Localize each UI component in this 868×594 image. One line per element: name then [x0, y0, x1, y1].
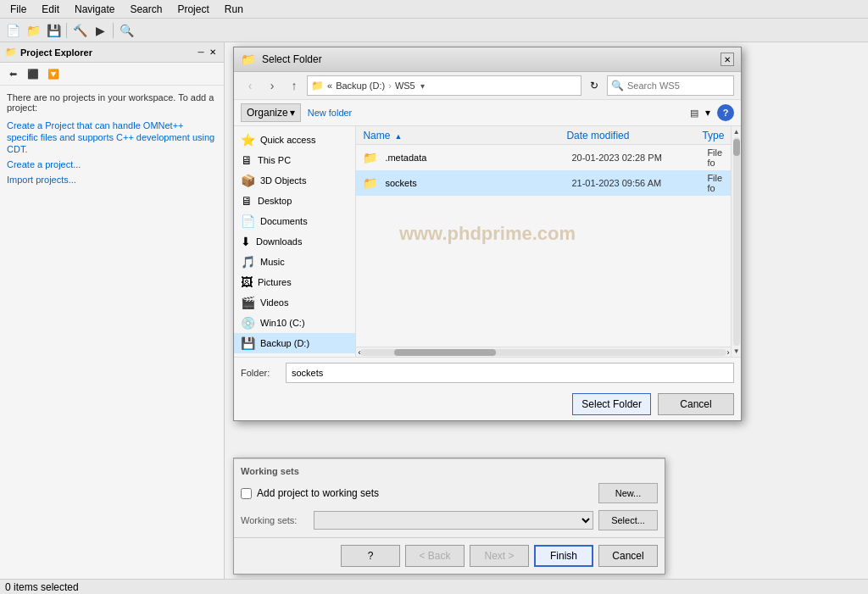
breadcrumb-drive: Backup (D:)	[336, 80, 385, 91]
working-sets-section: Working sets Add project to working sets…	[234, 458, 665, 537]
hscroll-thumb[interactable]	[394, 349, 496, 356]
sf-title-bar: 📁 Select Folder ✕	[234, 47, 741, 72]
panel-toolbar-btn3[interactable]: 🔽	[44, 64, 63, 83]
sf-column-header: Name ▲ Date modified Type	[356, 126, 731, 145]
menu-edit[interactable]: Edit	[35, 2, 66, 17]
vscroll-thumb[interactable]	[733, 139, 740, 156]
help-icon-btn[interactable]: ?	[717, 104, 734, 121]
toolbar-new[interactable]: 📄	[3, 21, 22, 40]
import-cancel-btn[interactable]: Cancel	[598, 545, 658, 567]
explorer-icon: 📁	[5, 47, 17, 58]
toolbar-build[interactable]: 🔨	[70, 21, 89, 40]
toolbar-search[interactable]: 🔍	[117, 21, 136, 40]
panel-toolbar-btn1[interactable]: ⬅	[3, 64, 22, 83]
nav-up-btn[interactable]: ↑	[285, 76, 303, 95]
nav-forward-btn[interactable]: ›	[263, 76, 281, 95]
3d-objects-label: 3D Objects	[260, 175, 306, 186]
panel-close[interactable]: ✕	[207, 47, 219, 58]
working-sets-dropdown[interactable]	[314, 511, 593, 530]
help-btn[interactable]: ?	[341, 545, 400, 567]
select-folder-dialog: 📁 Select Folder ✕ ‹ › ↑ 📁 « Backup (D:) …	[233, 47, 742, 421]
vscroll-up[interactable]: ▲	[733, 128, 740, 136]
folder-input[interactable]	[286, 363, 734, 383]
back-btn[interactable]: < Back	[405, 545, 465, 567]
hscroll-right[interactable]: ›	[726, 348, 729, 357]
add-working-sets-label: Add project to working sets	[257, 487, 379, 499]
this-pc-icon: 🖥	[241, 153, 253, 167]
import-projects-link[interactable]: Import projects...	[7, 175, 76, 185]
view-details-btn[interactable]: ▤	[685, 103, 704, 122]
nav-music[interactable]: 🎵 Music	[234, 252, 355, 272]
select-working-set-btn[interactable]: Select...	[598, 510, 658, 530]
nav-3d-objects[interactable]: 📦 3D Objects	[234, 170, 355, 191]
organize-arrow: ▾	[290, 107, 295, 119]
nav-backup[interactable]: 💾 Backup (D:)	[234, 333, 355, 353]
project-explorer-title: Project Explorer	[20, 47, 195, 58]
nav-this-pc[interactable]: 🖥 This PC	[234, 150, 355, 170]
breadcrumb-folder: WS5	[395, 80, 415, 91]
nav-videos[interactable]: 🎬 Videos	[234, 292, 355, 313]
metadata-date: 20-01-2023 02:28 PM	[571, 153, 707, 163]
breadcrumb-expand[interactable]: ▾	[419, 81, 426, 91]
backup-label: Backup (D:)	[260, 338, 309, 348]
toolbar-open[interactable]: 📁	[24, 21, 42, 40]
sockets-name: sockets	[385, 178, 571, 188]
create-omnet-link[interactable]: Create a Project that can handle OMNet++…	[7, 120, 214, 154]
select-folder-btn[interactable]: Select Folder	[572, 393, 651, 415]
breadcrumb-folder-icon: 📁	[311, 80, 324, 92]
working-sets-row: Working sets: Select...	[241, 510, 658, 530]
add-working-sets-checkbox[interactable]	[241, 488, 252, 499]
sf-close-btn[interactable]: ✕	[721, 53, 734, 66]
sockets-date: 21-01-2023 09:56 AM	[571, 178, 707, 188]
sf-hscroll[interactable]: ‹ ›	[356, 347, 731, 357]
organize-label: Organize	[247, 107, 288, 119]
vscroll-down[interactable]: ▼	[733, 347, 740, 355]
nav-quick-access[interactable]: ⭐ Quick access	[234, 130, 355, 150]
menu-project[interactable]: Project	[170, 2, 215, 17]
create-project-link[interactable]: Create a project...	[7, 159, 81, 169]
win10-label: Win10 (C:)	[260, 318, 305, 328]
nav-win10[interactable]: 💿 Win10 (C:)	[234, 313, 355, 333]
project-explorer-panel: 📁 Project Explorer ─ ✕ ⬅ ⬛ 🔽 There are n…	[0, 42, 225, 594]
ide-main: 📁 Project Explorer ─ ✕ ⬅ ⬛ 🔽 There are n…	[0, 42, 868, 594]
menu-run[interactable]: Run	[218, 2, 250, 17]
documents-icon: 📄	[241, 214, 255, 228]
nav-documents[interactable]: 📄 Documents	[234, 211, 355, 231]
vscroll-track	[733, 137, 740, 346]
refresh-btn[interactable]: ↻	[585, 76, 604, 95]
status-bar: 0 items selected	[0, 579, 868, 594]
sf-search: 🔍	[607, 75, 734, 96]
col-name-header[interactable]: Name ▲	[363, 130, 566, 142]
file-row-sockets[interactable]: 📁 sockets 21-01-2023 09:56 AM File fo	[356, 170, 731, 196]
menu-bar: File Edit Navigate Search Project Run	[0, 0, 868, 19]
new-folder-btn[interactable]: New folder	[308, 108, 353, 118]
ide-background: File Edit Navigate Search Project Run 📄 …	[0, 0, 868, 594]
backup-icon: 💾	[241, 336, 255, 350]
finish-btn[interactable]: Finish	[534, 545, 593, 567]
nav-pictures[interactable]: 🖼 Pictures	[234, 272, 355, 292]
sf-cancel-btn[interactable]: Cancel	[658, 393, 734, 415]
col-type-header[interactable]: Type	[702, 130, 724, 142]
nav-downloads[interactable]: ⬇ Downloads	[234, 231, 355, 252]
music-label: Music	[260, 257, 285, 267]
menu-navigate[interactable]: Navigate	[68, 2, 121, 17]
panel-minimize[interactable]: ─	[195, 47, 207, 58]
col-date-header[interactable]: Date modified	[566, 130, 702, 142]
new-working-set-btn[interactable]: New...	[598, 483, 658, 503]
nav-back-btn[interactable]: ‹	[241, 76, 259, 95]
next-btn[interactable]: Next >	[470, 545, 529, 567]
menu-search[interactable]: Search	[123, 2, 169, 17]
panel-toolbar-btn2[interactable]: ⬛	[24, 64, 42, 83]
file-row-metadata[interactable]: 📁 .metadata 20-01-2023 02:28 PM File fo	[356, 145, 731, 170]
toolbar-save[interactable]: 💾	[44, 21, 63, 40]
search-input[interactable]	[627, 80, 744, 91]
toolbar: 📄 📁 💾 🔨 ▶ 🔍	[0, 19, 868, 42]
menu-file[interactable]: File	[3, 2, 33, 17]
hscroll-track	[360, 349, 726, 356]
organize-btn[interactable]: Organize ▾	[241, 103, 301, 122]
nav-desktop[interactable]: 🖥 Desktop	[234, 191, 355, 211]
toolbar-run[interactable]: ▶	[91, 21, 109, 40]
downloads-icon: ⬇	[241, 235, 251, 248]
quick-access-icon: ⭐	[241, 133, 255, 147]
sf-nav-bar: ‹ › ↑ 📁 « Backup (D:) › WS5 ▾ ↻ 🔍	[234, 72, 741, 100]
